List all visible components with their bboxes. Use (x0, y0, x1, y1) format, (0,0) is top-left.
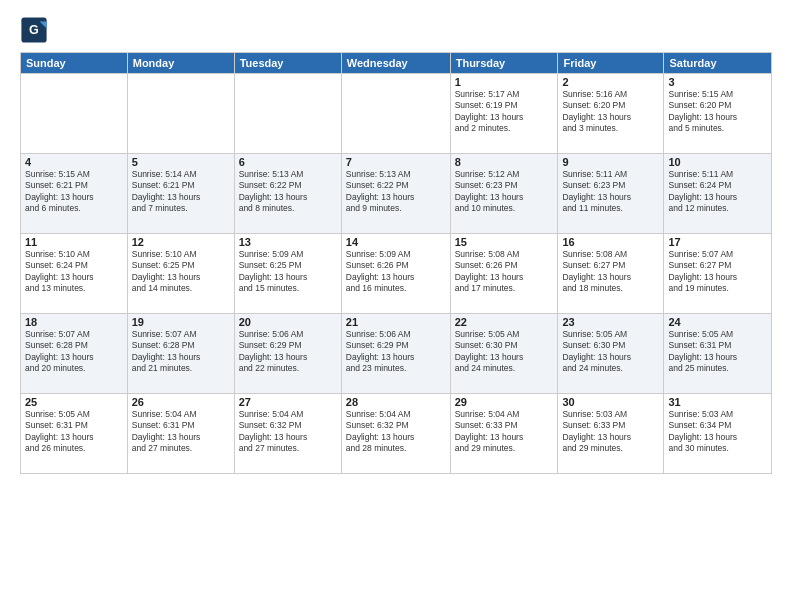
day-info: Sunrise: 5:03 AM Sunset: 6:33 PM Dayligh… (562, 409, 659, 455)
day-info: Sunrise: 5:05 AM Sunset: 6:30 PM Dayligh… (562, 329, 659, 375)
calendar-cell: 19Sunrise: 5:07 AM Sunset: 6:28 PM Dayli… (127, 314, 234, 394)
calendar-table: SundayMondayTuesdayWednesdayThursdayFrid… (20, 52, 772, 474)
calendar-cell: 30Sunrise: 5:03 AM Sunset: 6:33 PM Dayli… (558, 394, 664, 474)
day-number: 6 (239, 156, 337, 168)
day-header-thursday: Thursday (450, 53, 558, 74)
calendar-cell (127, 74, 234, 154)
day-info: Sunrise: 5:07 AM Sunset: 6:27 PM Dayligh… (668, 249, 767, 295)
calendar-cell: 20Sunrise: 5:06 AM Sunset: 6:29 PM Dayli… (234, 314, 341, 394)
calendar-cell: 13Sunrise: 5:09 AM Sunset: 6:25 PM Dayli… (234, 234, 341, 314)
day-number: 10 (668, 156, 767, 168)
day-number: 19 (132, 316, 230, 328)
day-number: 16 (562, 236, 659, 248)
calendar-cell: 2Sunrise: 5:16 AM Sunset: 6:20 PM Daylig… (558, 74, 664, 154)
day-number: 30 (562, 396, 659, 408)
day-info: Sunrise: 5:12 AM Sunset: 6:23 PM Dayligh… (455, 169, 554, 215)
day-number: 20 (239, 316, 337, 328)
day-number: 22 (455, 316, 554, 328)
day-number: 4 (25, 156, 123, 168)
calendar-cell: 25Sunrise: 5:05 AM Sunset: 6:31 PM Dayli… (21, 394, 128, 474)
day-info: Sunrise: 5:08 AM Sunset: 6:26 PM Dayligh… (455, 249, 554, 295)
calendar-cell: 8Sunrise: 5:12 AM Sunset: 6:23 PM Daylig… (450, 154, 558, 234)
calendar-cell: 26Sunrise: 5:04 AM Sunset: 6:31 PM Dayli… (127, 394, 234, 474)
calendar-week-1: 1Sunrise: 5:17 AM Sunset: 6:19 PM Daylig… (21, 74, 772, 154)
calendar-cell: 27Sunrise: 5:04 AM Sunset: 6:32 PM Dayli… (234, 394, 341, 474)
day-header-wednesday: Wednesday (341, 53, 450, 74)
day-info: Sunrise: 5:09 AM Sunset: 6:25 PM Dayligh… (239, 249, 337, 295)
day-info: Sunrise: 5:05 AM Sunset: 6:30 PM Dayligh… (455, 329, 554, 375)
day-number: 5 (132, 156, 230, 168)
day-info: Sunrise: 5:09 AM Sunset: 6:26 PM Dayligh… (346, 249, 446, 295)
day-header-friday: Friday (558, 53, 664, 74)
day-number: 17 (668, 236, 767, 248)
day-header-tuesday: Tuesday (234, 53, 341, 74)
day-number: 7 (346, 156, 446, 168)
day-info: Sunrise: 5:06 AM Sunset: 6:29 PM Dayligh… (239, 329, 337, 375)
day-info: Sunrise: 5:10 AM Sunset: 6:24 PM Dayligh… (25, 249, 123, 295)
day-info: Sunrise: 5:05 AM Sunset: 6:31 PM Dayligh… (25, 409, 123, 455)
day-info: Sunrise: 5:16 AM Sunset: 6:20 PM Dayligh… (562, 89, 659, 135)
day-header-sunday: Sunday (21, 53, 128, 74)
day-number: 14 (346, 236, 446, 248)
day-number: 24 (668, 316, 767, 328)
calendar-cell: 15Sunrise: 5:08 AM Sunset: 6:26 PM Dayli… (450, 234, 558, 314)
day-info: Sunrise: 5:13 AM Sunset: 6:22 PM Dayligh… (346, 169, 446, 215)
calendar-cell: 7Sunrise: 5:13 AM Sunset: 6:22 PM Daylig… (341, 154, 450, 234)
day-number: 23 (562, 316, 659, 328)
calendar-cell (234, 74, 341, 154)
day-info: Sunrise: 5:11 AM Sunset: 6:23 PM Dayligh… (562, 169, 659, 215)
calendar-cell: 11Sunrise: 5:10 AM Sunset: 6:24 PM Dayli… (21, 234, 128, 314)
day-number: 13 (239, 236, 337, 248)
day-info: Sunrise: 5:14 AM Sunset: 6:21 PM Dayligh… (132, 169, 230, 215)
day-number: 31 (668, 396, 767, 408)
calendar-cell: 28Sunrise: 5:04 AM Sunset: 6:32 PM Dayli… (341, 394, 450, 474)
calendar-cell (21, 74, 128, 154)
day-number: 28 (346, 396, 446, 408)
calendar-cell: 22Sunrise: 5:05 AM Sunset: 6:30 PM Dayli… (450, 314, 558, 394)
calendar-cell: 18Sunrise: 5:07 AM Sunset: 6:28 PM Dayli… (21, 314, 128, 394)
day-info: Sunrise: 5:05 AM Sunset: 6:31 PM Dayligh… (668, 329, 767, 375)
calendar-week-3: 11Sunrise: 5:10 AM Sunset: 6:24 PM Dayli… (21, 234, 772, 314)
calendar-cell: 4Sunrise: 5:15 AM Sunset: 6:21 PM Daylig… (21, 154, 128, 234)
day-number: 21 (346, 316, 446, 328)
calendar-week-2: 4Sunrise: 5:15 AM Sunset: 6:21 PM Daylig… (21, 154, 772, 234)
day-info: Sunrise: 5:15 AM Sunset: 6:20 PM Dayligh… (668, 89, 767, 135)
calendar-cell: 12Sunrise: 5:10 AM Sunset: 6:25 PM Dayli… (127, 234, 234, 314)
day-number: 15 (455, 236, 554, 248)
calendar-cell: 29Sunrise: 5:04 AM Sunset: 6:33 PM Dayli… (450, 394, 558, 474)
day-info: Sunrise: 5:11 AM Sunset: 6:24 PM Dayligh… (668, 169, 767, 215)
calendar-cell: 1Sunrise: 5:17 AM Sunset: 6:19 PM Daylig… (450, 74, 558, 154)
day-number: 11 (25, 236, 123, 248)
day-info: Sunrise: 5:04 AM Sunset: 6:32 PM Dayligh… (239, 409, 337, 455)
day-number: 18 (25, 316, 123, 328)
calendar-week-4: 18Sunrise: 5:07 AM Sunset: 6:28 PM Dayli… (21, 314, 772, 394)
calendar-cell: 5Sunrise: 5:14 AM Sunset: 6:21 PM Daylig… (127, 154, 234, 234)
logo-icon: G (20, 16, 48, 44)
day-info: Sunrise: 5:08 AM Sunset: 6:27 PM Dayligh… (562, 249, 659, 295)
calendar-cell: 23Sunrise: 5:05 AM Sunset: 6:30 PM Dayli… (558, 314, 664, 394)
calendar-cell: 21Sunrise: 5:06 AM Sunset: 6:29 PM Dayli… (341, 314, 450, 394)
calendar-cell: 9Sunrise: 5:11 AM Sunset: 6:23 PM Daylig… (558, 154, 664, 234)
day-number: 3 (668, 76, 767, 88)
day-info: Sunrise: 5:04 AM Sunset: 6:33 PM Dayligh… (455, 409, 554, 455)
logo: G (20, 16, 52, 44)
day-info: Sunrise: 5:17 AM Sunset: 6:19 PM Dayligh… (455, 89, 554, 135)
day-number: 25 (25, 396, 123, 408)
svg-text:G: G (29, 23, 39, 37)
day-info: Sunrise: 5:07 AM Sunset: 6:28 PM Dayligh… (25, 329, 123, 375)
day-info: Sunrise: 5:07 AM Sunset: 6:28 PM Dayligh… (132, 329, 230, 375)
calendar-cell: 31Sunrise: 5:03 AM Sunset: 6:34 PM Dayli… (664, 394, 772, 474)
day-header-monday: Monday (127, 53, 234, 74)
day-info: Sunrise: 5:10 AM Sunset: 6:25 PM Dayligh… (132, 249, 230, 295)
calendar-cell (341, 74, 450, 154)
day-info: Sunrise: 5:04 AM Sunset: 6:32 PM Dayligh… (346, 409, 446, 455)
day-number: 27 (239, 396, 337, 408)
day-number: 9 (562, 156, 659, 168)
day-number: 26 (132, 396, 230, 408)
calendar-cell: 24Sunrise: 5:05 AM Sunset: 6:31 PM Dayli… (664, 314, 772, 394)
day-info: Sunrise: 5:13 AM Sunset: 6:22 PM Dayligh… (239, 169, 337, 215)
page-header: G (20, 16, 772, 44)
day-number: 1 (455, 76, 554, 88)
day-number: 2 (562, 76, 659, 88)
calendar-cell: 10Sunrise: 5:11 AM Sunset: 6:24 PM Dayli… (664, 154, 772, 234)
